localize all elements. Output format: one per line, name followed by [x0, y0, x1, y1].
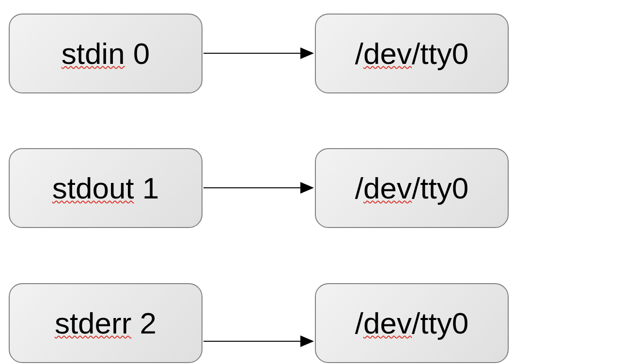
arrow-stdin-to-tty: [202, 14, 315, 93]
node-tty-bot: /dev/tty0: [315, 283, 509, 363]
node-tty-bot-label: /dev/tty0: [355, 308, 468, 338]
node-stdout-label: stdout 1: [52, 173, 159, 203]
node-tty-top: /dev/tty0: [315, 14, 509, 93]
node-stderr-label: stderr 2: [55, 308, 156, 338]
node-stdin: stdin 0: [9, 14, 202, 93]
node-stdin-label: stdin 0: [62, 39, 150, 69]
node-tty-mid-label: /dev/tty0: [355, 173, 468, 203]
node-tty-top-label: /dev/tty0: [355, 39, 468, 69]
arrow-stderr-to-tty: [202, 283, 315, 363]
node-stderr: stderr 2: [9, 283, 202, 363]
node-stdout: stdout 1: [9, 148, 202, 228]
arrow-stdout-to-tty: [202, 148, 315, 228]
node-tty-mid: /dev/tty0: [315, 148, 509, 228]
